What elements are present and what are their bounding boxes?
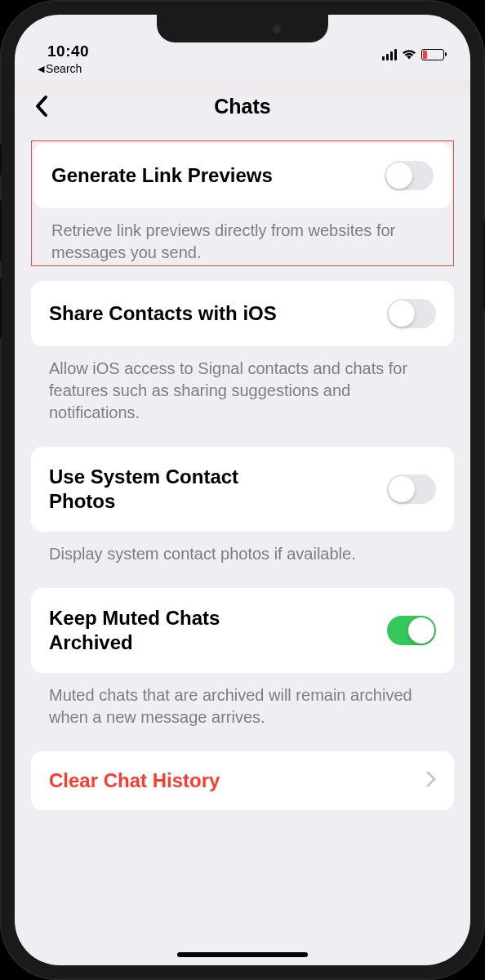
home-indicator[interactable] [177, 952, 308, 957]
setting-title: Keep Muted Chats Archived [49, 606, 278, 655]
battery-level-low [423, 51, 427, 59]
setting-row-link-previews[interactable]: Generate Link Previews [33, 143, 452, 208]
breadcrumb-back[interactable]: ◀ Search [15, 62, 470, 80]
toggle-muted-archived[interactable] [387, 616, 436, 645]
highlight-annotation: Generate Link Previews Retrieve link pre… [31, 140, 454, 266]
status-icons [382, 49, 444, 60]
toggle-knob [386, 163, 412, 189]
notch [157, 15, 328, 42]
setting-description: Retrieve link previews directly from web… [33, 208, 452, 264]
mute-switch [0, 143, 2, 176]
setting-row-share-contacts[interactable]: Share Contacts with iOS [31, 281, 454, 346]
breadcrumb-label: Search [46, 62, 82, 75]
toggle-share-contacts[interactable] [387, 299, 436, 328]
settings-content: Generate Link Previews Retrieve link pre… [15, 131, 470, 810]
toggle-knob [389, 301, 415, 327]
volume-up-button [0, 200, 2, 261]
breadcrumb-arrow-icon: ◀ [38, 64, 44, 74]
toggle-contact-photos[interactable] [387, 474, 436, 504]
chevron-right-icon [426, 769, 436, 792]
setting-description: Muted chats that are archived will remai… [31, 673, 454, 728]
battery-icon [421, 49, 444, 60]
setting-row-muted-archived[interactable]: Keep Muted Chats Archived [31, 588, 454, 673]
page-title: Chats [214, 95, 270, 118]
setting-title: Generate Link Previews [51, 163, 273, 188]
clear-history-button[interactable]: Clear Chat History [31, 751, 454, 810]
cellular-signal-icon [382, 49, 397, 60]
volume-down-button [0, 278, 2, 339]
toggle-knob [408, 617, 434, 644]
nav-header: Chats [15, 80, 470, 131]
action-label: Clear Chat History [49, 769, 220, 792]
toggle-link-previews[interactable] [385, 161, 434, 190]
wifi-icon [402, 49, 416, 60]
phone-frame: 10:40 ◀ Search [0, 0, 485, 980]
setting-description: Allow iOS access to Signal contacts and … [31, 346, 454, 424]
chevron-left-icon [34, 95, 49, 118]
setting-title: Share Contacts with iOS [49, 301, 277, 326]
toggle-knob [389, 476, 415, 502]
setting-description: Display system contact photos if availab… [31, 532, 454, 565]
status-time: 10:40 [47, 42, 89, 60]
back-button[interactable] [34, 95, 49, 118]
screen: 10:40 ◀ Search [15, 15, 470, 965]
setting-row-contact-photos[interactable]: Use System Contact Photos [31, 447, 454, 532]
setting-title: Use System Contact Photos [49, 465, 278, 514]
